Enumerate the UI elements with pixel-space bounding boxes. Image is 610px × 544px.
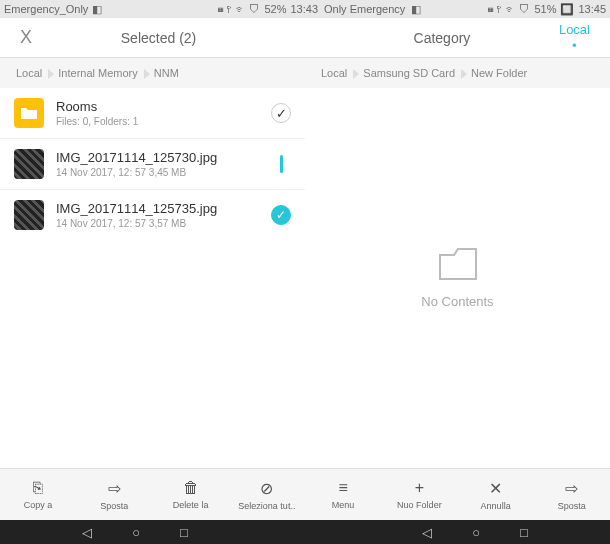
move-icon: ⇨ <box>565 479 578 498</box>
notif-icon: ◧ <box>92 3 102 16</box>
item-meta: 14 Nov 2017, 12: 57 3,45 MB <box>56 167 280 178</box>
time-1: 13:43 <box>290 3 318 15</box>
status-bar: Emergency_Only ◧ ▦ ⫯ ᯤ ⛉ 52% 13:43 Only … <box>0 0 610 18</box>
close-icon: ✕ <box>489 479 502 498</box>
header: X Selected (2) Category Local • <box>0 18 610 58</box>
move-button-2[interactable]: ⇨Sposta <box>534 469 610 520</box>
menu-icon: ≡ <box>338 479 347 497</box>
item-meta: Files: 0, Folders: 1 <box>56 116 271 127</box>
item-name: IMG_20171114_125730.jpg <box>56 150 280 165</box>
checkbox-checked[interactable]: ✓ <box>271 205 291 225</box>
signal-icon-2: ▦ ⫯ ᯤ ⛉ <box>487 3 530 15</box>
item-name: IMG_20171114_125735.jpg <box>56 201 271 216</box>
selected-title: Selected (2) <box>121 30 196 46</box>
tab-category[interactable]: Category <box>414 30 471 46</box>
checkbox-partial[interactable] <box>280 155 283 173</box>
back-icon[interactable]: ◁ <box>422 525 432 540</box>
carrier-text-2: Only Emergency <box>324 3 405 15</box>
trash-icon: 🗑 <box>183 479 199 497</box>
check-icon: ⊘ <box>260 479 273 498</box>
recent-icon[interactable]: □ <box>180 525 188 540</box>
crumb-right-0[interactable]: Local <box>313 67 355 79</box>
item-meta: 14 Nov 2017, 12: 57 3,57 MB <box>56 218 271 229</box>
crumb-right-2[interactable]: New Folder <box>463 67 535 79</box>
delete-button[interactable]: 🗑Delete la <box>153 469 229 520</box>
crumb-left-2[interactable]: NNM <box>146 67 187 79</box>
item-name: Rooms <box>56 99 271 114</box>
breadcrumbs: Local Internal Memory NNM Local Samsung … <box>0 58 610 88</box>
list-item[interactable]: IMG_20171114_125730.jpg 14 Nov 2017, 12:… <box>0 139 305 190</box>
image-thumb <box>14 149 44 179</box>
cancel-button[interactable]: ✕Annulla <box>458 469 534 520</box>
crumb-left-0[interactable]: Local <box>8 67 50 79</box>
copy-icon: ⎘ <box>33 479 43 497</box>
copy-button[interactable]: ⎘Copy a <box>0 469 76 520</box>
list-item[interactable]: IMG_20171114_125735.jpg 14 Nov 2017, 12:… <box>0 190 305 240</box>
select-all-button[interactable]: ⊘Seleziona tut.. <box>229 469 305 520</box>
time-2: 13:45 <box>578 3 606 15</box>
folder-empty-icon <box>438 247 478 284</box>
menu-button[interactable]: ≡Menu <box>305 469 381 520</box>
home-icon[interactable]: ○ <box>132 525 140 540</box>
signal-icon: ▦ ⫯ ᯤ ⛉ <box>217 3 260 15</box>
back-icon[interactable]: ◁ <box>82 525 92 540</box>
list-item[interactable]: Rooms Files: 0, Folders: 1 ✓ <box>0 88 305 139</box>
crumb-left-1[interactable]: Internal Memory <box>50 67 145 79</box>
home-icon[interactable]: ○ <box>472 525 480 540</box>
empty-panel: No Contents <box>305 88 610 468</box>
plus-icon: + <box>415 479 424 497</box>
tab-local[interactable]: Local <box>559 22 590 37</box>
bottom-toolbar: ⎘Copy a ⇨Sposta 🗑Delete la ⊘Seleziona tu… <box>0 468 610 520</box>
image-thumb <box>14 200 44 230</box>
empty-text: No Contents <box>421 294 493 309</box>
new-folder-button[interactable]: +Nuo Folder <box>381 469 457 520</box>
active-dot: • <box>559 39 590 53</box>
close-button[interactable]: X <box>20 27 32 48</box>
notif-icon-2: ◧ <box>411 3 421 16</box>
move-button[interactable]: ⇨Sposta <box>76 469 152 520</box>
checkbox[interactable]: ✓ <box>271 103 291 123</box>
move-icon: ⇨ <box>108 479 121 498</box>
battery-text-1: 52% <box>264 3 286 15</box>
crumb-right-1[interactable]: Samsung SD Card <box>355 67 463 79</box>
battery-icon: 🔲 <box>560 3 574 16</box>
battery-text-2: 51% <box>534 3 556 15</box>
recent-icon[interactable]: □ <box>520 525 528 540</box>
carrier-text: Emergency_Only <box>4 3 88 15</box>
folder-icon <box>14 98 44 128</box>
content: Rooms Files: 0, Folders: 1 ✓ IMG_2017111… <box>0 88 610 468</box>
file-list[interactable]: Rooms Files: 0, Folders: 1 ✓ IMG_2017111… <box>0 88 305 468</box>
android-nav-bar: ◁ ○ □ ◁ ○ □ <box>0 520 610 544</box>
